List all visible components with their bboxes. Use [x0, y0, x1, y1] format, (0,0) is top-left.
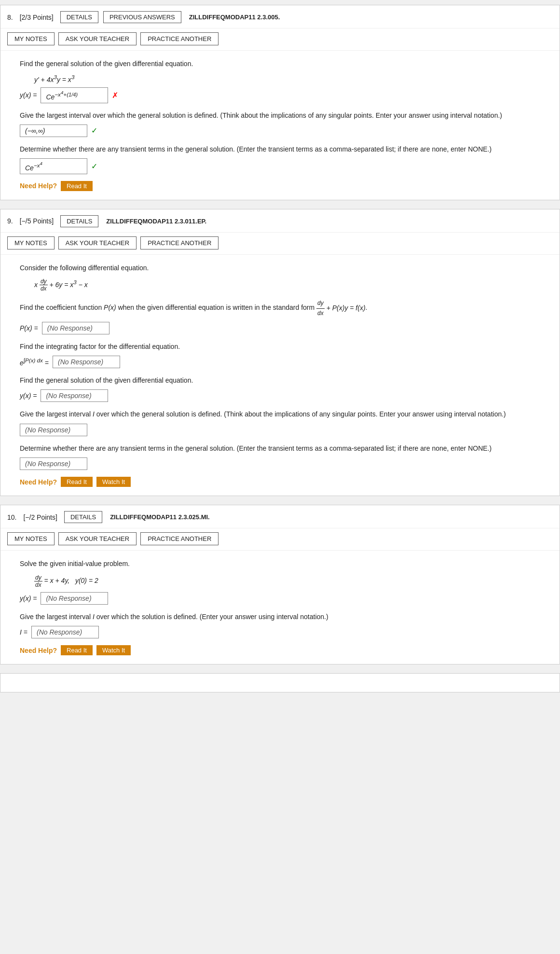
q9-yx-row: y(x) = (No Response): [20, 389, 540, 402]
q10-details-button[interactable]: DETAILS: [64, 511, 102, 523]
question-10-block: 10. [−/2 Points] DETAILS ZILLDIFFEQMODAP…: [0, 505, 560, 664]
q8-interval-row: (−∞,∞) ✓: [20, 124, 540, 137]
q9-points: [−/5 Points]: [20, 217, 54, 225]
q9-part2-label: Find the integrating factor for the diff…: [20, 341, 540, 352]
q10-i-label: I =: [20, 628, 27, 636]
q8-transient-check: ✓: [91, 162, 97, 171]
q9-part1: Find the coefficient function P(x) when …: [20, 299, 540, 334]
q9-px-row: P(x) = (No Response): [20, 322, 540, 334]
q9-actions: MY NOTES ASK YOUR TEACHER PRACTICE ANOTH…: [0, 233, 560, 255]
q9-ask-teacher-button[interactable]: ASK YOUR TEACHER: [58, 236, 137, 249]
q8-actions: MY NOTES ASK YOUR TEACHER PRACTICE ANOTH…: [0, 28, 560, 51]
q10-number: 10.: [7, 513, 16, 521]
q9-my-notes-button[interactable]: MY NOTES: [7, 236, 55, 249]
q9-part2: Find the integrating factor for the diff…: [20, 341, 540, 368]
q9-px-box: (No Response): [42, 322, 109, 334]
q8-cross-icon: ✗: [112, 91, 118, 100]
q9-if-label: e∫P(x) dx =: [20, 357, 49, 367]
q10-yx-row: y(x) = (No Response): [20, 592, 540, 605]
question-10-header: 10. [−/2 Points] DETAILS ZILLDIFFEQMODAP…: [0, 505, 560, 528]
q10-points: [−/2 Points]: [23, 513, 57, 521]
q8-interval-label: Give the largest interval over which the…: [20, 110, 540, 121]
q8-answer-row: y(x) = Ce−x4+(1/4) ✗: [20, 87, 540, 103]
q9-yx-label: y(x) =: [20, 392, 37, 400]
q8-interval-check: ✓: [91, 126, 97, 135]
q9-read-it-button[interactable]: Read It: [61, 477, 93, 487]
q10-my-notes-button[interactable]: MY NOTES: [7, 532, 55, 545]
q10-watch-it-button[interactable]: Watch It: [96, 645, 131, 655]
q9-if-box: (No Response): [53, 356, 120, 368]
q10-body-text: Solve the given initial-value problem.: [20, 558, 540, 569]
question-8-header: 8. [2/3 Points] DETAILS PREVIOUS ANSWERS…: [0, 5, 560, 28]
q10-interval-row: I = (No Response): [20, 626, 540, 638]
q10-interval-label: Give the largest interval I over which t…: [20, 611, 540, 622]
q8-transient-label: Determine whether there are any transien…: [20, 144, 540, 154]
q9-part4: Give the largest interval I over which t…: [20, 409, 540, 436]
q8-body: Find the general solution of the given d…: [0, 51, 560, 200]
question-9-header: 9. [−/5 Points] DETAILS ZILLDIFFEQMODAP1…: [0, 209, 560, 233]
q8-answer-box: Ce−x4+(1/4): [41, 87, 108, 103]
q9-part3: Find the general solution of the given d…: [20, 375, 540, 402]
q8-need-help: Need Help? Read It: [20, 181, 540, 191]
q8-read-it-button[interactable]: Read It: [61, 181, 93, 191]
q10-body: Solve the given initial-value problem. d…: [0, 551, 560, 664]
q10-need-help: Need Help? Read It Watch It: [20, 645, 540, 655]
q10-yx-box: (No Response): [41, 592, 108, 605]
q9-number: 9.: [7, 217, 13, 225]
q8-code: ZILLDIFFEQMODAP11 2.3.005.: [189, 14, 280, 21]
q9-part1-label: Find the coefficient function P(x) when …: [20, 299, 540, 318]
q8-my-notes-button[interactable]: MY NOTES: [7, 32, 55, 45]
page-wrapper: 8. [2/3 Points] DETAILS PREVIOUS ANSWERS…: [0, 0, 560, 707]
q9-interval-row: (No Response): [20, 424, 540, 436]
q8-prev-answers-button[interactable]: PREVIOUS ANSWERS: [103, 11, 181, 23]
q8-need-help-label: Need Help?: [20, 182, 57, 190]
q9-part5-label: Determine whether there are any transien…: [20, 443, 540, 454]
q8-answer-label: y(x) =: [20, 91, 37, 99]
q9-watch-it-button[interactable]: Watch It: [96, 477, 131, 487]
q8-points: [2/3 Points]: [20, 14, 54, 21]
q9-part3-label: Find the general solution of the given d…: [20, 375, 540, 386]
q8-body-text: Find the general solution of the given d…: [20, 58, 540, 69]
q10-interval-section: Give the largest interval I over which t…: [20, 611, 540, 638]
q9-need-help-label: Need Help?: [20, 478, 57, 486]
q9-yx-box: (No Response): [41, 389, 108, 402]
q9-part4-label: Give the largest interval I over which t…: [20, 409, 540, 419]
bottom-bar: [0, 673, 560, 692]
q9-transient-box: (No Response): [20, 457, 87, 470]
q9-px-label: P(x) =: [20, 324, 38, 332]
q8-transient-section: Determine whether there are any transien…: [20, 144, 540, 174]
q9-details-button[interactable]: DETAILS: [60, 215, 98, 227]
q9-body-text: Consider the following differential equa…: [20, 263, 540, 273]
q9-if-row: e∫P(x) dx = (No Response): [20, 356, 540, 368]
q8-transient-box: Ce−x4: [20, 158, 87, 174]
q8-transient-row: Ce−x4 ✓: [20, 158, 540, 174]
q10-yx-label: y(x) =: [20, 595, 37, 602]
q9-interval-box: (No Response): [20, 424, 87, 436]
q9-code: ZILLDIFFEQMODAP11 2.3.011.EP.: [106, 218, 206, 225]
q10-need-help-label: Need Help?: [20, 647, 57, 654]
q9-body: Consider the following differential equa…: [0, 255, 560, 496]
question-8-block: 8. [2/3 Points] DETAILS PREVIOUS ANSWERS…: [0, 5, 560, 200]
q8-practice-another-button[interactable]: PRACTICE ANOTHER: [140, 32, 219, 45]
q10-read-it-button[interactable]: Read It: [61, 645, 93, 655]
q10-interval-box: (No Response): [31, 626, 99, 638]
q9-part5: Determine whether there are any transien…: [20, 443, 540, 470]
q10-actions: MY NOTES ASK YOUR TEACHER PRACTICE ANOTH…: [0, 528, 560, 551]
q8-interval-section: Give the largest interval over which the…: [20, 110, 540, 137]
q10-equation: dydx = x + 4y, y(0) = 2: [34, 574, 540, 588]
q8-number: 8.: [7, 14, 13, 21]
q9-need-help: Need Help? Read It Watch It: [20, 477, 540, 487]
q10-ask-teacher-button[interactable]: ASK YOUR TEACHER: [58, 532, 137, 545]
question-9-block: 9. [−/5 Points] DETAILS ZILLDIFFEQMODAP1…: [0, 209, 560, 496]
q10-code: ZILLDIFFEQMODAP11 2.3.025.MI.: [110, 513, 210, 521]
q8-equation: y' + 4x3y = x3: [34, 74, 540, 83]
q9-transient-row: (No Response): [20, 457, 540, 470]
q10-practice-another-button[interactable]: PRACTICE ANOTHER: [140, 532, 219, 545]
q8-interval-box: (−∞,∞): [20, 124, 87, 137]
q9-equation: x dydx + 6y = x3 − x: [34, 278, 540, 292]
q8-details-button[interactable]: DETAILS: [60, 11, 98, 23]
q8-ask-teacher-button[interactable]: ASK YOUR TEACHER: [58, 32, 137, 45]
q9-practice-another-button[interactable]: PRACTICE ANOTHER: [140, 236, 219, 249]
